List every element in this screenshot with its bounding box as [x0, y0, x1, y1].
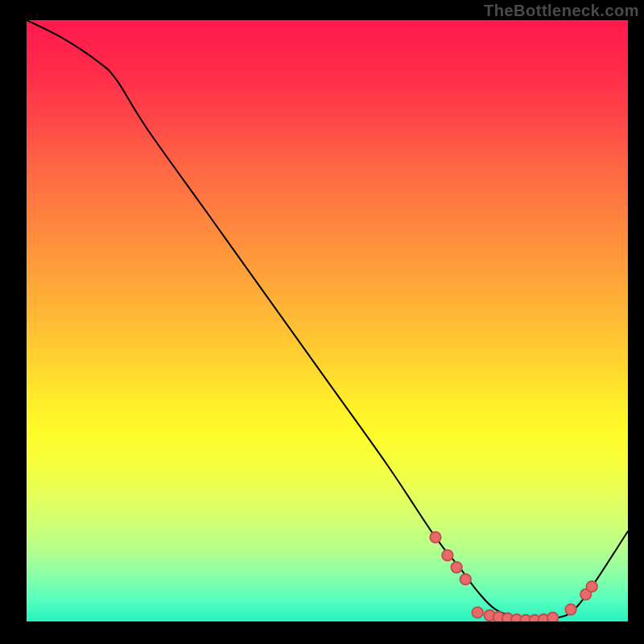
curve-svg: [27, 20, 628, 621]
chart-frame: TheBottleneck.com: [0, 0, 644, 644]
marker-dot: [586, 581, 597, 592]
marker-dot: [547, 613, 558, 621]
marker-dot: [430, 532, 440, 543]
marker-dot: [473, 607, 483, 617]
bottleneck-curve: [27, 20, 628, 621]
marker-dot: [451, 562, 461, 572]
marker-dot: [460, 574, 471, 584]
watermark-text: TheBottleneck.com: [484, 2, 639, 20]
curve-markers: [430, 532, 597, 621]
marker-dot: [565, 604, 576, 614]
marker-dot: [442, 550, 452, 560]
plot-area: [27, 20, 628, 621]
